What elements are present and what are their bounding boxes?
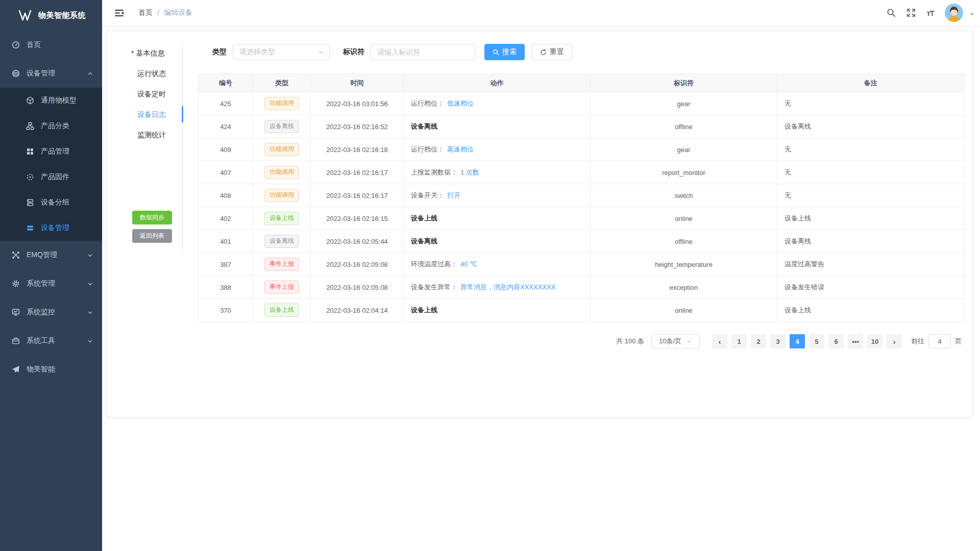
table-row: 408功能调用2022-03-16 02:16:17设备开关：打开switch无 xyxy=(199,184,964,207)
prev-page-button[interactable]: ‹ xyxy=(712,334,727,348)
chevron-down-icon xyxy=(87,253,93,258)
back-to-list-button[interactable]: 返回列表 xyxy=(132,229,172,243)
page-button-2[interactable]: 2 xyxy=(751,334,766,348)
identifier-input[interactable] xyxy=(371,44,475,60)
log-action-link[interactable]: 高速档位 xyxy=(447,145,474,153)
log-action-link[interactable]: 1 次数 xyxy=(460,168,479,176)
next-page-button[interactable]: › xyxy=(887,334,902,348)
log-type-tag: 设备离线 xyxy=(264,120,299,133)
page-jump-input[interactable] xyxy=(928,334,951,348)
search-icon[interactable] xyxy=(887,8,896,17)
device-tab-基本信息[interactable]: *基本信息 xyxy=(107,43,182,63)
fullscreen-icon[interactable] xyxy=(906,8,916,17)
sidebar-item-通用物模型[interactable]: 通用物模型 xyxy=(0,88,102,113)
log-remark-cell: 无 xyxy=(777,184,964,207)
log-action-text: 设备离线 xyxy=(411,237,437,245)
type-select[interactable]: 请选择类型 xyxy=(233,44,330,60)
log-remark-cell: 设备上线 xyxy=(777,207,964,230)
sidebar-item-设备管理[interactable]: 设备管理 xyxy=(0,215,102,241)
sidebar-item-label: 物美智能 xyxy=(27,365,55,374)
gauge-icon xyxy=(11,41,20,49)
device-tab-监测统计[interactable]: 监测统计 xyxy=(107,124,182,145)
sidebar-item-设备分组[interactable]: 设备分组 xyxy=(0,190,102,215)
type-label: 类型 xyxy=(212,47,227,57)
log-action-link[interactable]: 40 ℃ xyxy=(460,260,477,268)
page-button-4[interactable]: 4 xyxy=(790,334,805,348)
table-row: 409功能调用2022-03-16 02:16:18运行档位：高速档位gear无 xyxy=(199,138,964,161)
log-time-cell: 2022-03-16 02:16:17 xyxy=(311,161,404,184)
sidebar-item-EMQ管理[interactable]: EMQ管理 xyxy=(0,241,102,269)
search-button[interactable]: 搜索 xyxy=(484,44,525,60)
sidebar-item-产品分类[interactable]: 产品分类 xyxy=(0,113,102,139)
page-button-10[interactable]: 10 xyxy=(867,334,883,348)
app-logo[interactable]: 物美智能系统 xyxy=(0,0,102,31)
sidebar-item-系统管理[interactable]: 系统管理 xyxy=(0,269,102,298)
log-remark-cell: 无 xyxy=(777,161,964,184)
log-type-tag: 设备上线 xyxy=(264,212,299,225)
table-row: 407功能调用2022-03-16 02:16:17上报监测数据：1 次数rep… xyxy=(199,161,964,184)
column-header-时间: 时间 xyxy=(311,74,404,92)
log-remark-cell: 温度过高警告 xyxy=(777,253,964,276)
identifier-label: 标识符 xyxy=(343,47,364,57)
sidebar-item-首页[interactable]: 首页 xyxy=(0,31,102,59)
device-tab-label: 设备日志 xyxy=(137,110,166,118)
page-ellipsis-button[interactable]: ••• xyxy=(848,334,863,348)
page-size-value: 10条/页 xyxy=(659,337,681,346)
device-tab-运行状态[interactable]: 运行状态 xyxy=(107,63,182,84)
page-button-3[interactable]: 3 xyxy=(770,334,786,348)
log-time-cell: 2022-03-16 02:05:44 xyxy=(311,230,404,253)
log-action-prefix: 上报监测数据： xyxy=(411,168,457,176)
log-action-text: 设备上线 xyxy=(411,306,437,314)
font-size-icon[interactable]: тT xyxy=(926,9,934,17)
log-action-cell: 设备上线 xyxy=(404,299,591,322)
page-button-6[interactable]: 6 xyxy=(828,334,844,348)
sidebar-item-系统监控[interactable]: 系统监控 xyxy=(0,298,102,327)
column-header-标识符: 标识符 xyxy=(591,74,777,92)
user-avatar[interactable] xyxy=(945,4,963,22)
user-menu-caret-icon[interactable] xyxy=(970,13,974,17)
log-action-link[interactable]: 打开 xyxy=(447,191,460,199)
sidebar-item-label: 系统工具 xyxy=(27,336,55,345)
log-no-cell: 408 xyxy=(199,184,253,207)
log-remark-cell: 设备发生错误 xyxy=(777,276,964,299)
firmware-icon xyxy=(26,173,34,181)
table-row: 424设备离线2022-03-16 02:16:52设备离线offline设备离… xyxy=(199,115,964,138)
sidebar-item-物美智能[interactable]: 物美智能 xyxy=(0,355,102,384)
log-action-cell: 设备离线 xyxy=(404,230,591,253)
log-type-cell: 设备上线 xyxy=(253,207,311,230)
breadcrumb-separator: / xyxy=(157,9,159,17)
log-no-cell: 402 xyxy=(199,207,253,230)
page-button-5[interactable]: 5 xyxy=(809,334,824,348)
collapse-menu-icon[interactable] xyxy=(114,9,124,17)
log-action-cell: 设备上线 xyxy=(404,207,591,230)
sidebar-item-label: 系统管理 xyxy=(27,279,55,288)
log-action-link[interactable]: 低速档位 xyxy=(447,99,474,107)
device-tab-设备定时[interactable]: 设备定时 xyxy=(107,84,182,104)
device-edit-panel: *基本信息运行状态设备定时设备日志监测统计 数据同步 返回列表 类型 请选择类型… xyxy=(106,31,973,417)
log-action-cell: 上报监测数据：1 次数 xyxy=(404,161,591,184)
page-jump-label: 前往 xyxy=(911,337,924,346)
log-type-cell: 设备上线 xyxy=(253,299,311,322)
chevron-down-icon xyxy=(318,49,324,55)
page-button-1[interactable]: 1 xyxy=(731,334,747,348)
log-type-cell: 功能调用 xyxy=(253,138,311,161)
sidebar-item-设备管理[interactable]: 设备管理 xyxy=(0,59,102,88)
log-type-cell: 功能调用 xyxy=(253,161,311,184)
device-tab-设备日志[interactable]: 设备日志 xyxy=(107,104,182,124)
log-action-cell: 设备离线 xyxy=(404,115,591,138)
page-size-select[interactable]: 10条/页 xyxy=(651,334,700,348)
pagination-total: 共 100 条 xyxy=(616,337,644,346)
log-time-cell: 2022-03-16 03:01:56 xyxy=(311,92,404,115)
sidebar-item-产品管理[interactable]: 产品管理 xyxy=(0,139,102,164)
log-action-link[interactable]: 异常消息，消息内容XXXXXXXX xyxy=(460,283,555,291)
topbar: 首页 / 编辑设备 тT xyxy=(102,0,980,26)
sidebar: 物美智能系统 首页设备管理通用物模型产品分类产品管理产品固件设备分组设备管理EM… xyxy=(0,0,102,551)
breadcrumb-home[interactable]: 首页 xyxy=(138,8,153,17)
refresh-icon xyxy=(540,49,547,56)
log-identifier-cell: report_monitor xyxy=(591,161,777,184)
log-type-tag: 功能调用 xyxy=(264,97,299,110)
sidebar-item-系统工具[interactable]: 系统工具 xyxy=(0,327,102,355)
data-sync-button[interactable]: 数据同步 xyxy=(132,211,172,224)
sidebar-item-产品固件[interactable]: 产品固件 xyxy=(0,164,102,190)
reset-button[interactable]: 重置 xyxy=(532,44,572,60)
